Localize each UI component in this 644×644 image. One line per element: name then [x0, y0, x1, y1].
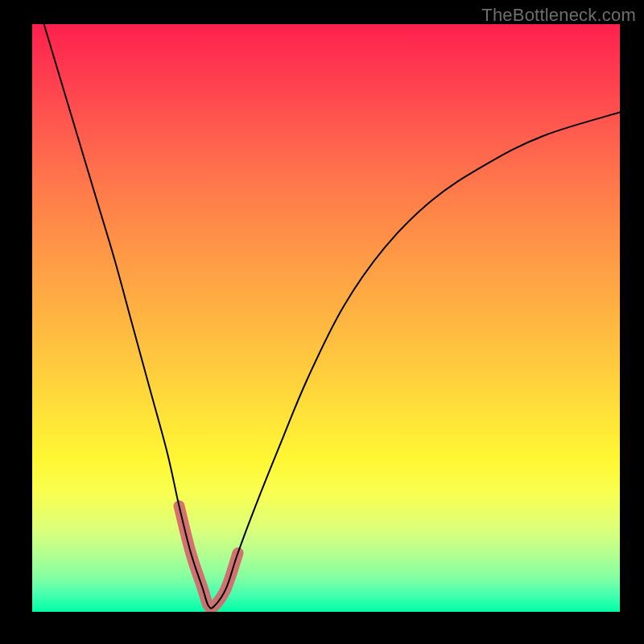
curve-layer [32, 24, 620, 612]
plot-area [32, 24, 620, 612]
frame-left [0, 0, 32, 644]
chart-stage: TheBottleneck.com [0, 0, 644, 644]
frame-right [620, 0, 644, 644]
optimal-region-highlight [180, 506, 238, 609]
frame-bottom [0, 612, 644, 644]
bottleneck-curve [44, 24, 620, 609]
watermark-label: TheBottleneck.com [481, 5, 636, 26]
